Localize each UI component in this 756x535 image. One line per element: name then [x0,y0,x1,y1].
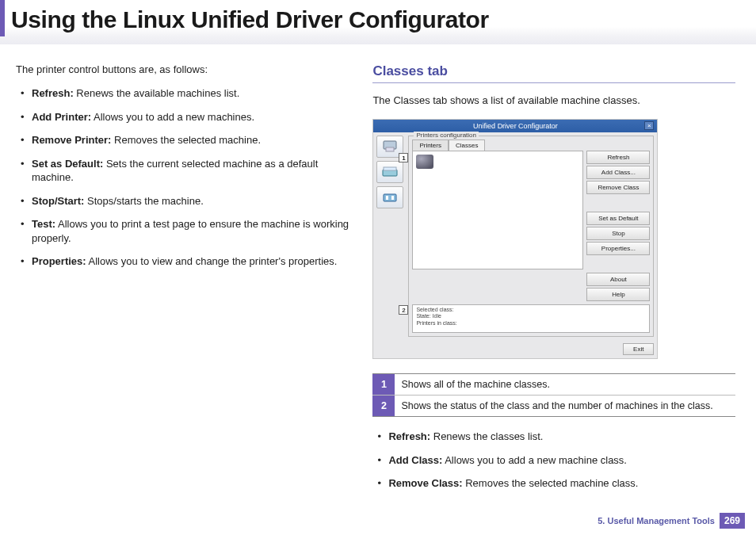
page-title: Using the Linux Unified Driver Configura… [11,6,756,33]
printer-buttons-list: Refresh: Renews the available machines l… [16,86,350,269]
definition: Allows you to print a test page to ensur… [32,218,349,244]
callout-number: 2 [372,396,395,417]
title-band: Using the Linux Unified Driver Configura… [0,0,756,44]
button-column: Refresh Add Class... Remove Class Set as… [586,151,650,301]
page-number: 269 [720,513,745,529]
definition: Allows you to view and change the printe… [86,255,338,267]
callout-2: 2 [399,305,408,315]
list-item: Set as Default: Sets the current selecte… [16,157,350,185]
term: Remove Printer: [32,134,111,146]
properties-button: Properties... [586,242,650,255]
term: Set as Default: [32,158,103,170]
term: Properties: [32,255,86,267]
svg-rect-5 [386,196,388,200]
exit-row: Exit [408,337,654,355]
list-item: Stop/Start: Stops/starts the machine. [16,194,350,208]
classes-tab-heading: Classes tab [372,63,735,83]
printers-configuration-group: Printers configuration Printers Classes … [408,136,654,337]
sidebar-icons [376,136,405,355]
class-buttons-list: Refresh: Renews the classes list. Add Cl… [372,430,735,491]
status-line: Printers in class: [416,320,646,327]
term: Refresh: [32,87,74,99]
left-column: The printer control buttons are, as foll… [16,63,350,500]
list-item: Remove Class: Removes the selected machi… [372,476,735,491]
window-title: Unified Driver Configurator [473,122,558,130]
group-label: Printers configuration [414,132,479,139]
status-line: Selected class: [416,307,646,313]
stop-button: Stop [586,227,650,240]
table-row: 2 Shows the status of the class and the … [372,396,735,417]
term: Refresh: [388,430,430,442]
right-column: Classes tab The Classes tab shows a list… [372,63,735,500]
chapter-label: 5. Useful Management Tools [598,516,715,525]
callout-text: Shows all of the machine classes. [395,374,735,396]
list-item: Add Printer: Allows you to add a new mac… [16,110,350,124]
about-button: About [586,273,650,286]
svg-rect-1 [386,147,394,151]
intro-text: The printer control buttons are, as foll… [16,63,350,75]
definition: Removes the selected machine class. [463,477,639,489]
set-default-button: Set as Default [586,212,650,225]
term: Stop/Start: [32,195,84,207]
list-pane: 1 Refresh Add Class... Remove Class Set … [412,151,650,301]
tab-classes: Classes [449,139,485,151]
svg-rect-4 [384,194,396,201]
content-columns: The printer control buttons are, as foll… [0,44,756,500]
classes-tab-desc: The Classes tab shows a list of availabl… [372,94,735,106]
definition: Allows you to add a new machine class. [442,454,627,466]
svg-rect-3 [384,167,396,170]
callout-table: 1 Shows all of the machine classes. 2 Sh… [372,373,735,417]
definition: Renews the available machines list. [74,87,240,99]
page-footer: 5. Useful Management Tools 269 [598,513,745,529]
term: Test: [32,218,55,230]
list-item: Properties: Allows you to view and chang… [16,254,350,269]
class-item-icon [416,155,433,169]
definition: Stops/starts the machine. [84,195,203,207]
configurator-screenshot: Unified Driver Configurator × [372,119,658,359]
callout-text: Shows the status of the class and the nu… [395,396,735,417]
main-panel: Printers configuration Printers Classes … [408,136,654,355]
status-box: 2 Selected class: State: Idle Printers i… [412,304,650,333]
svg-rect-6 [391,196,394,200]
exit-button: Exit [623,343,654,355]
list-item: Add Class: Allows you to add a new machi… [372,453,735,468]
list-item: Refresh: Renews the classes list. [372,430,735,444]
close-icon: × [644,121,654,130]
list-item: Remove Printer: Removes the selected mac… [16,133,350,147]
table-row: 1 Shows all of the machine classes. [372,374,735,396]
definition: Allows you to add a new machines. [91,111,254,123]
list-item: Refresh: Renews the available machines l… [16,86,350,101]
remove-class-button: Remove Class [586,181,650,194]
list-item: Test: Allows you to print a test page to… [16,217,350,245]
window-body: Printers configuration Printers Classes … [373,132,657,358]
help-button: Help [586,288,650,301]
term: Add Class: [388,454,442,466]
status-line: State: Idle [416,313,646,319]
refresh-button: Refresh [586,151,650,164]
term: Add Printer: [32,111,91,123]
port-icon [376,186,403,208]
class-listbox: 1 [412,151,583,269]
scanner-icon [376,161,403,183]
window-titlebar: Unified Driver Configurator × [373,120,657,132]
term: Remove Class: [388,477,462,489]
callout-number: 1 [372,374,395,396]
definition: Removes the selected machine. [111,134,261,146]
callout-1: 1 [399,153,408,162]
add-class-button: Add Class... [586,166,650,179]
tab-printers: Printers [412,139,449,151]
tab-bar: Printers Classes [412,139,650,151]
definition: Renews the classes list. [430,430,543,442]
